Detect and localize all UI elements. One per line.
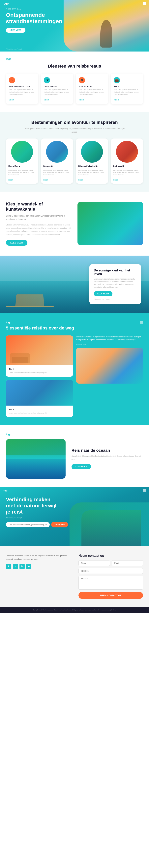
contact-form-title: Neem contact op bbox=[78, 554, 143, 558]
service-icon-workshops: 🎓 bbox=[79, 77, 85, 84]
hero-cta-button[interactable]: LEES MEER bbox=[6, 28, 25, 33]
tips-left: Tip 1 Lorem ipsum dolor sit amet consect… bbox=[6, 335, 73, 417]
social-icon-twitter[interactable]: t bbox=[13, 564, 18, 569]
wander-image bbox=[77, 202, 143, 245]
service-icon-flight: ✈ bbox=[9, 77, 15, 84]
destination-image-borabora bbox=[11, 141, 33, 163]
service-text-flight: Sem. Click again or double-click to star… bbox=[9, 89, 35, 96]
hamburger-menu[interactable] bbox=[143, 2, 146, 5]
destination-name-indonesie: Indonesië bbox=[113, 165, 141, 168]
wander-content: Kies je wandel- of kunstvakantie Bestel … bbox=[6, 202, 72, 246]
service-link-workshops[interactable]: MEER bbox=[79, 99, 84, 101]
destination-link-indonesie[interactable]: MEER bbox=[113, 179, 118, 181]
service-card-workshops: 🎓 WORKSHOPS Sem. Click again or double-c… bbox=[76, 73, 108, 104]
wander-cta-button[interactable]: LEES MEER bbox=[6, 240, 27, 246]
contact-submit-button[interactable]: NEEM CONTACT OP bbox=[78, 592, 143, 599]
service-link-steil[interactable]: MEER bbox=[114, 99, 119, 101]
sunny-section: De zonnige kant van het leven Lorem ipsu… bbox=[0, 256, 149, 313]
destination-text-maleisie: Sample text. Click or double-click to st… bbox=[43, 169, 71, 176]
sunny-text: Lorem ipsum dolor sit amet, consectetur … bbox=[94, 278, 137, 288]
subscribe-button[interactable]: ABONNEER bbox=[51, 522, 68, 527]
service-title-workshops: WORKSHOPS bbox=[79, 85, 105, 87]
contact-phone-input[interactable] bbox=[78, 568, 143, 574]
ocean-content: Reis naar de oceaan Sample text. Click o… bbox=[72, 448, 143, 469]
tip-text-2: Lorem ipsum dolor sit amet consectetur a… bbox=[9, 412, 70, 414]
services-hamburger[interactable] bbox=[140, 58, 143, 60]
wander-title: Kies je wandel- of kunstvakantie bbox=[6, 202, 72, 212]
hero-content: REISBUREAU Ontspannende strandbestemming… bbox=[6, 8, 52, 33]
sunny-card: De zonnige kant van het leven Lorem ipsu… bbox=[90, 264, 141, 304]
ocean-cta-button[interactable]: LEES MEER bbox=[72, 464, 91, 469]
tip-image-right bbox=[76, 348, 143, 383]
tip-card-1: Tip 1 Lorem ipsum dolor sit amet consect… bbox=[6, 335, 73, 377]
services-logo: logo bbox=[6, 58, 11, 60]
contact-section: Laat uw e-mailadres achter, of vul het v… bbox=[0, 546, 149, 607]
wander-section: Kies je wandel- of kunstvakantie Bestel … bbox=[0, 192, 149, 256]
service-title-steil: STEIL bbox=[114, 85, 140, 87]
ocean-image bbox=[6, 439, 66, 479]
tips-section: logo 5 essentiële reistips over de weg T… bbox=[0, 313, 149, 425]
email-subscribe-input[interactable] bbox=[6, 522, 50, 527]
tips-right-text: Duis aute irure dolor in reprehenderit i… bbox=[76, 335, 143, 342]
destination-image-maleisie bbox=[46, 141, 68, 163]
footer-bar: Sample text. Click or double-click to st… bbox=[0, 607, 149, 613]
tip-title-1: Tip 1 bbox=[9, 368, 70, 370]
social-icon-facebook[interactable]: f bbox=[6, 564, 11, 569]
destination-link-maleisie[interactable]: MEER bbox=[43, 179, 48, 181]
destination-card-borabora: Bora Bora Sample text. Click or double-c… bbox=[6, 138, 38, 184]
footer-hero-hamburger[interactable] bbox=[143, 489, 146, 492]
service-link-flight[interactable]: MEER bbox=[9, 99, 14, 101]
sunny-cta-button[interactable]: LEES MEER bbox=[94, 291, 113, 296]
destination-text-indonesie: Sample text. Click or double-click to st… bbox=[113, 169, 141, 176]
ocean-title: Reis naar de oceaan bbox=[72, 448, 143, 453]
contact-name-input[interactable] bbox=[78, 560, 110, 566]
tips-hamburger[interactable] bbox=[140, 321, 143, 323]
destination-text-borabora: Sample text. Click or double-click to st… bbox=[8, 169, 36, 176]
tips-grid: Tip 1 Lorem ipsum dolor sit amet consect… bbox=[6, 335, 143, 417]
service-text-steil: Sem. Click again or double-click to star… bbox=[114, 89, 140, 96]
destination-link-borabora[interactable]: MEER bbox=[8, 179, 13, 181]
service-title-flight: VLUCHTONDERZOEK bbox=[9, 85, 35, 87]
social-icons-row: f t in ▶ bbox=[6, 564, 71, 569]
hero-label: REISBUREAU bbox=[6, 8, 52, 10]
sunny-title: De zonnige kant van het leven bbox=[94, 269, 137, 276]
destination-image-indonesie bbox=[116, 141, 138, 163]
contact-intro: Laat uw e-mailadres achter, of vul het v… bbox=[6, 554, 71, 561]
services-logo-row: logo bbox=[6, 58, 143, 60]
tip-title-2: Tip 2 bbox=[9, 408, 70, 411]
service-card-flight: ✈ VLUCHTONDERZOEK Sem. Click again or do… bbox=[6, 73, 38, 104]
destinations-section: Bestemmingen om avontuur te inspireren L… bbox=[0, 112, 149, 192]
social-icon-youtube[interactable]: ▶ bbox=[26, 564, 31, 569]
footer-text: Sample text. Click or double-click to st… bbox=[6, 609, 143, 611]
service-link-tours[interactable]: MEER bbox=[44, 99, 49, 101]
service-card-tours: 🗺 ONZE TOURS Sem. Click again or double-… bbox=[41, 73, 73, 104]
footer-hero-sub: Afbeelding van Freepik bbox=[6, 517, 68, 519]
tip-card-2: Tip 2 Lorem ipsum dolor sit amet consect… bbox=[6, 380, 73, 417]
tips-right: Duis aute irure dolor in reprehenderit i… bbox=[76, 335, 143, 384]
contact-left: Laat uw e-mailadres achter, of vul het v… bbox=[6, 554, 71, 569]
service-icon-steil: 💼 bbox=[114, 77, 120, 84]
hero-section: logo REISBUREAU Ontspannende strandbeste… bbox=[0, 0, 149, 52]
tips-logo: logo bbox=[6, 321, 11, 324]
service-title-tours: ONZE TOURS bbox=[44, 85, 70, 87]
tips-meta: Maleisie, Azië bbox=[76, 344, 143, 345]
hero-logo: logo bbox=[3, 2, 9, 5]
ocean-logo: logo bbox=[6, 433, 11, 436]
footer-hero-title: Verbinding maken met de natuur terwijl j… bbox=[6, 497, 58, 515]
hero-footer-text: Afbeelding van Freepik bbox=[6, 48, 22, 50]
destination-name-borabora: Bora Bora bbox=[8, 165, 36, 168]
hero-image-inner bbox=[64, 0, 149, 52]
destination-link-caledonien[interactable]: MEER bbox=[78, 179, 83, 181]
destination-image-caledonien bbox=[81, 141, 103, 163]
destination-card-caledonien: Nieuw-Caledonië Sample text. Click or do… bbox=[76, 138, 108, 184]
destinations-subtitle: Lorem ipsum dolor sit amet, consectetur … bbox=[23, 127, 126, 134]
wander-subtitle: Bestel u op zoek naar een ontspannen Eur… bbox=[6, 214, 72, 221]
ocean-text: Sample text. Click or double-click to st… bbox=[72, 455, 143, 461]
social-icon-linkedin[interactable]: in bbox=[20, 564, 25, 569]
service-icon-tours: 🗺 bbox=[44, 77, 50, 84]
services-title: Diensten van reisbureaus bbox=[6, 64, 143, 69]
contact-email-input[interactable] bbox=[112, 560, 143, 566]
service-text-workshops: Sem. Click again or double-click to star… bbox=[79, 89, 105, 96]
contact-message-input[interactable] bbox=[78, 576, 143, 590]
destinations-grid: Bora Bora Sample text. Click or double-c… bbox=[6, 138, 143, 184]
